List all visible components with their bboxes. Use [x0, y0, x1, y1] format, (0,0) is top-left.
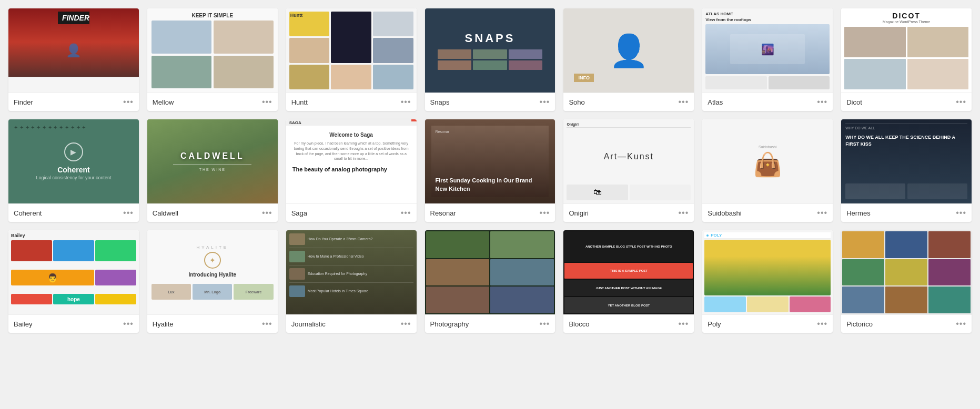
theme-card-finder[interactable]: FINDER 👤 Finder •••: [8, 8, 139, 111]
theme-footer-poly: Poly •••: [702, 314, 833, 333]
theme-footer-finder: Finder •••: [8, 93, 139, 111]
theme-more-poly[interactable]: •••: [817, 319, 827, 329]
pictorico-cell-3: [928, 231, 971, 258]
caldwell-title: CALDWELL: [180, 151, 245, 161]
suidobashi-header: Suidobashi: [759, 145, 777, 149]
theme-footer-suidobashi: Suidobashi •••: [702, 203, 833, 222]
dicot-subtitle: Magazine WordPress Theme: [844, 20, 968, 24]
theme-card-blocco[interactable]: ANOTHER SAMPLE BLOG STYLE POST WITH NO P…: [563, 230, 694, 333]
theme-footer-photography: Photography •••: [425, 314, 555, 333]
theme-name-pictorico: Pictorico: [846, 320, 873, 328]
pictorico-cell-9: [928, 287, 971, 313]
theme-card-pictorico[interactable]: Pictorico •••: [841, 230, 972, 333]
poly-nav-dot-1: [706, 234, 709, 237]
dicot-img-2: [907, 27, 968, 57]
hermes-title: WHY DO WE ALL KEEP THE SCIENCE BEHIND A …: [845, 134, 967, 147]
theme-more-blocco[interactable]: •••: [678, 319, 689, 329]
poly-brand: POLY: [711, 233, 722, 238]
theme-thumbnail-journalistic: How Do You Operate a 35mm Camera? How to…: [286, 230, 417, 314]
theme-name-atlas: Atlas: [708, 98, 723, 106]
theme-footer-atlas: Atlas •••: [702, 93, 833, 111]
theme-card-coherent[interactable]: ✦ ✦ ✦ ✦ ✦ ✦ ✦ ✦ ✦ ✦ ✦ ✦ ✦ ▶ Coherent Log…: [8, 119, 139, 222]
theme-more-coherent[interactable]: •••: [123, 208, 134, 218]
theme-footer-onigiri: Onigiri •••: [563, 203, 694, 222]
pictorico-cell-8: [885, 287, 927, 313]
theme-card-hermes[interactable]: WHY DO WE ALL WHY DO WE ALL KEEP THE SCI…: [841, 119, 972, 222]
theme-more-mellow[interactable]: •••: [262, 97, 272, 107]
theme-name-hermes: Hermes: [846, 209, 871, 217]
theme-more-finder[interactable]: •••: [123, 97, 134, 107]
theme-card-snaps[interactable]: SNAPS Snaps •••: [425, 8, 555, 111]
theme-card-poly[interactable]: POLY Poly •••: [702, 230, 833, 333]
theme-more-atlas[interactable]: •••: [817, 97, 827, 107]
hyalite-brand: HYALITE: [196, 245, 228, 250]
journalistic-item-3: Education Required for Photography: [308, 271, 367, 276]
coherent-subtitle: Logical consistency for your content: [36, 175, 111, 180]
theme-footer-saga: Saga •••: [286, 203, 417, 222]
coherent-birds: ✦ ✦ ✦ ✦ ✦ ✦ ✦ ✦ ✦ ✦ ✦ ✦ ✦: [14, 125, 134, 130]
theme-more-resonar[interactable]: •••: [540, 208, 550, 218]
theme-more-bailey[interactable]: •••: [123, 319, 134, 329]
theme-name-hyalite: Hyalite: [153, 320, 174, 328]
theme-card-suidobashi[interactable]: Suidobashi 👜 Suidobashi •••: [702, 119, 833, 222]
theme-name-snaps: Snaps: [430, 98, 450, 106]
theme-more-hermes[interactable]: •••: [956, 208, 966, 218]
theme-card-huntt[interactable]: Huntt Huntt •••: [286, 8, 417, 111]
saga-tag: [411, 119, 417, 121]
hermes-tagline-top: WHY DO WE ALL: [845, 126, 967, 130]
theme-thumbnail-hermes: WHY DO WE ALL WHY DO WE ALL KEEP THE SCI…: [841, 119, 972, 203]
coherent-icon: ▶: [64, 142, 83, 161]
theme-card-hyalite[interactable]: HYALITE ✦ Introducing Hyalite Lux Mn. Lo…: [147, 230, 278, 333]
onigiri-brand: Onigiri: [567, 122, 691, 126]
theme-more-hyalite[interactable]: •••: [262, 319, 272, 329]
suidobashi-bag-icon: 👜: [753, 151, 782, 178]
mellow-img-1: [151, 21, 211, 54]
soho-face: 👤: [609, 32, 649, 69]
theme-name-saga: Saga: [291, 209, 307, 217]
theme-card-caldwell[interactable]: CALDWELL THE WINE Caldwell •••: [147, 119, 278, 222]
theme-more-photography[interactable]: •••: [540, 319, 550, 329]
theme-card-resonar[interactable]: Resonar First Sunday Cooking in Our Bran…: [425, 119, 555, 222]
theme-name-onigiri: Onigiri: [569, 209, 589, 217]
theme-card-photography[interactable]: Photography •••: [425, 230, 555, 333]
theme-more-dicot[interactable]: •••: [956, 97, 966, 107]
blocco-col-1: ANOTHER SAMPLE BLOG STYLE POST WITH NO P…: [564, 231, 693, 313]
theme-more-huntt[interactable]: •••: [401, 97, 411, 107]
theme-thumbnail-huntt: Huntt: [286, 8, 417, 93]
theme-card-bailey[interactable]: Bailey 👨 hope Bailey: [8, 230, 139, 333]
theme-more-suidobashi[interactable]: •••: [817, 208, 827, 218]
theme-more-onigiri[interactable]: •••: [678, 208, 689, 218]
theme-thumbnail-pictorico: [841, 230, 972, 314]
resonar-header: Resonar: [436, 130, 545, 134]
theme-card-atlas[interactable]: ATLAS HOME View from the rooftops 🌆 Atla…: [702, 8, 833, 111]
theme-name-huntt: Huntt: [291, 98, 308, 106]
photo-cell-3: [426, 259, 490, 286]
theme-card-onigiri[interactable]: Onigiri Art—Kunst 🛍 Onigiri •••: [563, 119, 694, 222]
theme-more-saga[interactable]: •••: [401, 208, 411, 218]
theme-footer-journalistic: Journalistic •••: [286, 314, 417, 333]
theme-card-soho[interactable]: 👤 INFO Soho •••: [563, 8, 694, 111]
theme-card-journalistic[interactable]: How Do You Operate a 35mm Camera? How to…: [286, 230, 417, 333]
theme-footer-soho: Soho •••: [563, 93, 694, 111]
theme-more-soho[interactable]: •••: [678, 97, 689, 107]
theme-thumbnail-saga: SAGA Welcome to Saga For my own piece, I…: [286, 119, 417, 203]
theme-thumbnail-photography: [425, 230, 555, 314]
theme-footer-caldwell: Caldwell •••: [147, 203, 278, 222]
theme-footer-huntt: Huntt •••: [286, 93, 417, 111]
saga-headline: Welcome to Saga: [290, 132, 412, 138]
theme-name-resonar: Resonar: [430, 209, 456, 217]
theme-more-journalistic[interactable]: •••: [401, 319, 411, 329]
theme-card-saga[interactable]: SAGA Welcome to Saga For my own piece, I…: [286, 119, 417, 222]
theme-footer-snaps: Snaps •••: [425, 93, 555, 111]
theme-more-caldwell[interactable]: •••: [262, 208, 272, 218]
theme-more-snaps[interactable]: •••: [540, 97, 550, 107]
photo-cell-1: [426, 231, 490, 258]
hyalite-circle-icon: ✦: [204, 252, 221, 269]
theme-card-dicot[interactable]: DICOT Magazine WordPress Theme Dicot •••: [841, 8, 972, 111]
photo-cell-6: [490, 287, 554, 313]
theme-card-mellow[interactable]: KEEP IT SIMPLE Mellow •••: [147, 8, 278, 111]
photo-cell-4: [490, 259, 554, 286]
mellow-img-4: [214, 56, 274, 89]
poly-bottom-2: [747, 296, 789, 312]
theme-more-pictorico[interactable]: •••: [956, 319, 966, 329]
